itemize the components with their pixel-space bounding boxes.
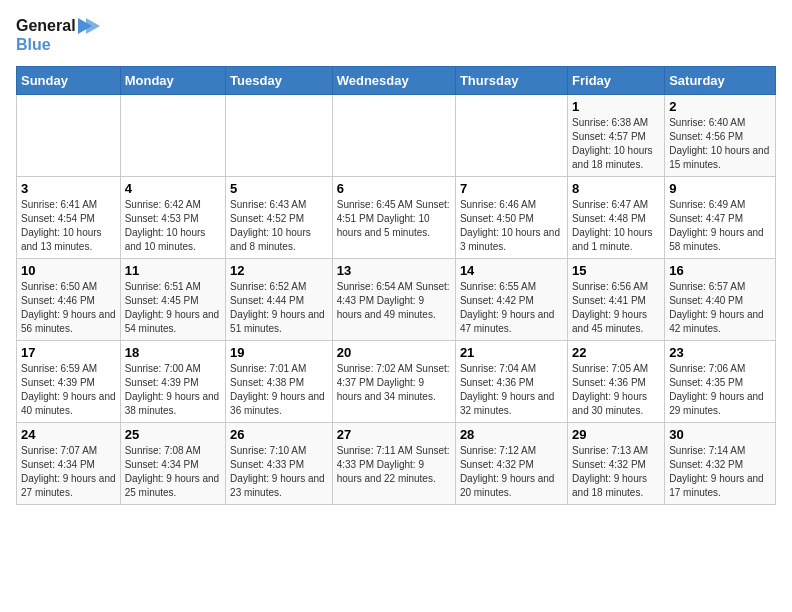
day-info: Sunrise: 6:50 AM Sunset: 4:46 PM Dayligh… [21,280,116,336]
day-cell: 5Sunrise: 6:43 AM Sunset: 4:52 PM Daylig… [226,177,333,259]
day-info: Sunrise: 6:59 AM Sunset: 4:39 PM Dayligh… [21,362,116,418]
logo-arrow-icon [78,18,100,34]
day-number: 1 [572,99,660,114]
day-cell: 25Sunrise: 7:08 AM Sunset: 4:34 PM Dayli… [120,423,225,505]
day-info: Sunrise: 6:43 AM Sunset: 4:52 PM Dayligh… [230,198,328,254]
week-row-1: 1Sunrise: 6:38 AM Sunset: 4:57 PM Daylig… [17,95,776,177]
day-info: Sunrise: 6:55 AM Sunset: 4:42 PM Dayligh… [460,280,563,336]
day-number: 15 [572,263,660,278]
day-cell: 28Sunrise: 7:12 AM Sunset: 4:32 PM Dayli… [455,423,567,505]
day-info: Sunrise: 6:42 AM Sunset: 4:53 PM Dayligh… [125,198,221,254]
day-info: Sunrise: 7:08 AM Sunset: 4:34 PM Dayligh… [125,444,221,500]
day-info: Sunrise: 6:51 AM Sunset: 4:45 PM Dayligh… [125,280,221,336]
day-cell: 26Sunrise: 7:10 AM Sunset: 4:33 PM Dayli… [226,423,333,505]
day-number: 21 [460,345,563,360]
day-info: Sunrise: 6:45 AM Sunset: 4:51 PM Dayligh… [337,198,451,240]
day-number: 2 [669,99,771,114]
day-cell: 21Sunrise: 7:04 AM Sunset: 4:36 PM Dayli… [455,341,567,423]
col-header-monday: Monday [120,67,225,95]
day-number: 5 [230,181,328,196]
day-cell: 4Sunrise: 6:42 AM Sunset: 4:53 PM Daylig… [120,177,225,259]
day-cell: 1Sunrise: 6:38 AM Sunset: 4:57 PM Daylig… [568,95,665,177]
day-cell: 16Sunrise: 6:57 AM Sunset: 4:40 PM Dayli… [665,259,776,341]
day-number: 16 [669,263,771,278]
day-cell [17,95,121,177]
day-cell: 10Sunrise: 6:50 AM Sunset: 4:46 PM Dayli… [17,259,121,341]
day-number: 29 [572,427,660,442]
day-cell: 29Sunrise: 7:13 AM Sunset: 4:32 PM Dayli… [568,423,665,505]
week-row-3: 10Sunrise: 6:50 AM Sunset: 4:46 PM Dayli… [17,259,776,341]
day-cell: 15Sunrise: 6:56 AM Sunset: 4:41 PM Dayli… [568,259,665,341]
day-info: Sunrise: 7:02 AM Sunset: 4:37 PM Dayligh… [337,362,451,404]
logo-blue: Blue [16,35,51,54]
day-number: 23 [669,345,771,360]
day-number: 17 [21,345,116,360]
day-info: Sunrise: 7:12 AM Sunset: 4:32 PM Dayligh… [460,444,563,500]
day-info: Sunrise: 6:57 AM Sunset: 4:40 PM Dayligh… [669,280,771,336]
logo-general: General [16,16,76,35]
header-row: SundayMondayTuesdayWednesdayThursdayFrid… [17,67,776,95]
day-number: 14 [460,263,563,278]
day-info: Sunrise: 6:52 AM Sunset: 4:44 PM Dayligh… [230,280,328,336]
svg-marker-1 [86,18,100,34]
day-number: 7 [460,181,563,196]
day-cell [226,95,333,177]
day-cell: 19Sunrise: 7:01 AM Sunset: 4:38 PM Dayli… [226,341,333,423]
day-number: 9 [669,181,771,196]
day-number: 11 [125,263,221,278]
day-cell: 9Sunrise: 6:49 AM Sunset: 4:47 PM Daylig… [665,177,776,259]
day-number: 4 [125,181,221,196]
col-header-tuesday: Tuesday [226,67,333,95]
day-number: 27 [337,427,451,442]
day-number: 20 [337,345,451,360]
day-cell: 30Sunrise: 7:14 AM Sunset: 4:32 PM Dayli… [665,423,776,505]
col-header-friday: Friday [568,67,665,95]
day-number: 18 [125,345,221,360]
col-header-wednesday: Wednesday [332,67,455,95]
day-number: 30 [669,427,771,442]
day-cell: 14Sunrise: 6:55 AM Sunset: 4:42 PM Dayli… [455,259,567,341]
day-info: Sunrise: 6:56 AM Sunset: 4:41 PM Dayligh… [572,280,660,336]
day-info: Sunrise: 7:01 AM Sunset: 4:38 PM Dayligh… [230,362,328,418]
day-info: Sunrise: 7:14 AM Sunset: 4:32 PM Dayligh… [669,444,771,500]
day-cell: 23Sunrise: 7:06 AM Sunset: 4:35 PM Dayli… [665,341,776,423]
day-info: Sunrise: 7:04 AM Sunset: 4:36 PM Dayligh… [460,362,563,418]
day-number: 6 [337,181,451,196]
day-info: Sunrise: 7:10 AM Sunset: 4:33 PM Dayligh… [230,444,328,500]
day-number: 10 [21,263,116,278]
day-number: 26 [230,427,328,442]
col-header-saturday: Saturday [665,67,776,95]
day-number: 22 [572,345,660,360]
day-cell: 8Sunrise: 6:47 AM Sunset: 4:48 PM Daylig… [568,177,665,259]
day-cell: 12Sunrise: 6:52 AM Sunset: 4:44 PM Dayli… [226,259,333,341]
day-info: Sunrise: 6:40 AM Sunset: 4:56 PM Dayligh… [669,116,771,172]
day-info: Sunrise: 7:07 AM Sunset: 4:34 PM Dayligh… [21,444,116,500]
day-cell [455,95,567,177]
day-info: Sunrise: 7:00 AM Sunset: 4:39 PM Dayligh… [125,362,221,418]
day-cell: 2Sunrise: 6:40 AM Sunset: 4:56 PM Daylig… [665,95,776,177]
day-cell: 18Sunrise: 7:00 AM Sunset: 4:39 PM Dayli… [120,341,225,423]
day-cell: 27Sunrise: 7:11 AM Sunset: 4:33 PM Dayli… [332,423,455,505]
logo: General Blue [16,16,100,54]
day-number: 3 [21,181,116,196]
day-cell [332,95,455,177]
day-info: Sunrise: 6:46 AM Sunset: 4:50 PM Dayligh… [460,198,563,254]
day-number: 24 [21,427,116,442]
col-header-thursday: Thursday [455,67,567,95]
day-info: Sunrise: 7:06 AM Sunset: 4:35 PM Dayligh… [669,362,771,418]
week-row-4: 17Sunrise: 6:59 AM Sunset: 4:39 PM Dayli… [17,341,776,423]
day-cell: 17Sunrise: 6:59 AM Sunset: 4:39 PM Dayli… [17,341,121,423]
day-number: 13 [337,263,451,278]
day-info: Sunrise: 6:41 AM Sunset: 4:54 PM Dayligh… [21,198,116,254]
header: General Blue [16,16,776,54]
day-number: 28 [460,427,563,442]
col-header-sunday: Sunday [17,67,121,95]
day-cell: 6Sunrise: 6:45 AM Sunset: 4:51 PM Daylig… [332,177,455,259]
week-row-5: 24Sunrise: 7:07 AM Sunset: 4:34 PM Dayli… [17,423,776,505]
day-info: Sunrise: 6:49 AM Sunset: 4:47 PM Dayligh… [669,198,771,254]
day-cell: 3Sunrise: 6:41 AM Sunset: 4:54 PM Daylig… [17,177,121,259]
day-cell: 22Sunrise: 7:05 AM Sunset: 4:36 PM Dayli… [568,341,665,423]
day-cell: 7Sunrise: 6:46 AM Sunset: 4:50 PM Daylig… [455,177,567,259]
day-cell: 13Sunrise: 6:54 AM Sunset: 4:43 PM Dayli… [332,259,455,341]
logo-container: General Blue [16,16,100,54]
